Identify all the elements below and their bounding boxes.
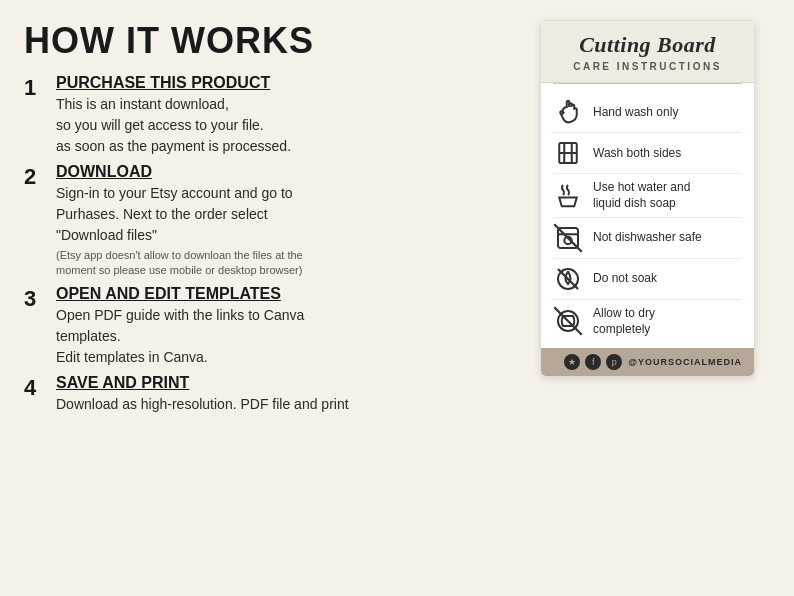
step-3: 3OPEN AND EDIT TEMPLATESOpen PDF guide w… [24,285,520,368]
step-2: 2DOWNLOADSign-in to your Etsy account an… [24,163,520,279]
footer-icons: ★ f p [564,354,622,370]
care-text-hot-water: Use hot water and liquid dish soap [593,179,690,211]
card-body: Hand wash only Wash both sides Use hot w… [541,84,754,348]
main-container: HOW IT WORKS 1PURCHASE THIS PRODUCTThis … [0,0,794,596]
card-header: Cutting Board CARE INSTRUCTIONS [541,21,754,83]
care-item-no-soak: Do not soak [553,259,742,300]
step-title-3: OPEN AND EDIT TEMPLATES [56,285,520,303]
care-item-hand-wash: Hand wash only [553,92,742,133]
wash-sides-icon [553,138,583,168]
social-handle: @YOURSOCIALMEDIA [628,357,742,367]
instagram-icon: ★ [564,354,580,370]
left-panel: HOW IT WORKS 1PURCHASE THIS PRODUCTThis … [24,20,520,576]
step-title-2: DOWNLOAD [56,163,520,181]
step-title-4: SAVE AND PRINT [56,374,520,392]
steps-container: 1PURCHASE THIS PRODUCTThis is an instant… [24,74,520,421]
step-note-2: (Etsy app doesn't allow to downloan the … [56,248,520,279]
dry-icon [553,306,583,336]
facebook-icon: f [585,354,601,370]
step-number-3: 3 [24,286,46,368]
step-1: 1PURCHASE THIS PRODUCTThis is an instant… [24,74,520,157]
care-text-no-soak: Do not soak [593,270,657,286]
step-body-3: Open PDF guide with the links to Canva t… [56,305,520,368]
care-text-hand-wash: Hand wash only [593,104,678,120]
step-body-1: This is an instant download, so you will… [56,94,520,157]
care-text-dishwasher: Not dishwasher safe [593,229,702,245]
step-body-2: Sign-in to your Etsy account and go to P… [56,183,520,246]
care-item-dishwasher: Not dishwasher safe [553,218,742,259]
hot-water-icon [553,180,583,210]
pinterest-icon: p [606,354,622,370]
hand-wash-icon [553,97,583,127]
care-text-wash-sides: Wash both sides [593,145,681,161]
step-content-2: DOWNLOADSign-in to your Etsy account and… [56,163,520,279]
step-4: 4SAVE AND PRINTDownload as high-resoluti… [24,374,520,415]
step-content-4: SAVE AND PRINTDownload as high-resolutio… [56,374,520,415]
card-footer: ★ f p @YOURSOCIALMEDIA [541,348,754,376]
dishwasher-icon [553,223,583,253]
right-panel: Cutting Board CARE INSTRUCTIONS Hand was… [540,20,770,576]
step-number-1: 1 [24,75,46,157]
step-number-4: 4 [24,375,46,415]
step-content-3: OPEN AND EDIT TEMPLATESOpen PDF guide wi… [56,285,520,368]
step-content-1: PURCHASE THIS PRODUCTThis is an instant … [56,74,520,157]
step-number-2: 2 [24,164,46,279]
main-title: HOW IT WORKS [24,20,520,62]
step-body-4: Download as high-resolution. PDF file an… [56,394,520,415]
care-card: Cutting Board CARE INSTRUCTIONS Hand was… [540,20,755,377]
step-title-1: PURCHASE THIS PRODUCT [56,74,520,92]
no-soak-icon [553,264,583,294]
care-item-dry: Allow to dry completely [553,300,742,342]
card-subtitle: CARE INSTRUCTIONS [557,61,738,72]
care-text-dry: Allow to dry completely [593,305,655,337]
care-item-hot-water: Use hot water and liquid dish soap [553,174,742,217]
card-title: Cutting Board [557,33,738,57]
care-item-wash-sides: Wash both sides [553,133,742,174]
